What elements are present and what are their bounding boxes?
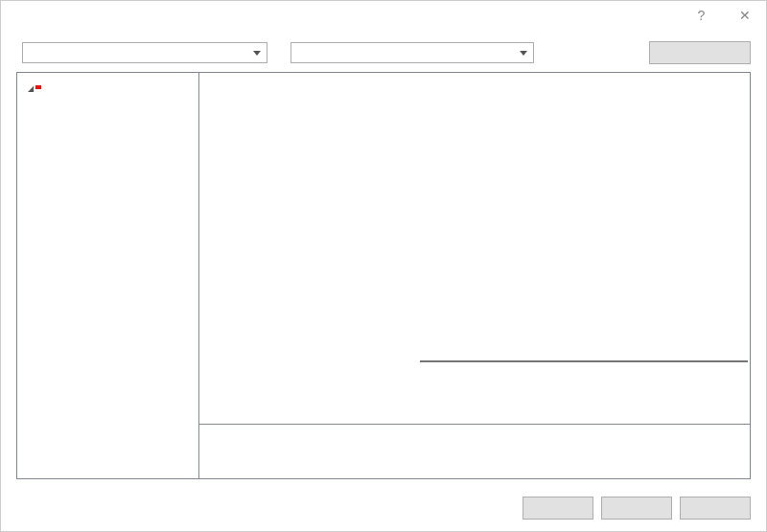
charset-dropdown[interactable] (420, 360, 748, 362)
config-manager-button[interactable] (649, 41, 751, 64)
chevron-down-icon[interactable] (25, 82, 36, 93)
close-button[interactable]: ✕ (723, 1, 766, 30)
apply-button[interactable] (680, 497, 751, 520)
nav-tree[interactable] (17, 73, 199, 478)
cancel-button[interactable] (601, 497, 672, 520)
ok-button[interactable] (523, 497, 593, 520)
config-combo[interactable] (22, 42, 267, 63)
toolbar (1, 30, 766, 68)
titlebar: ? ✕ (1, 1, 766, 30)
description-pane (199, 425, 750, 478)
platform-combo[interactable] (291, 42, 534, 63)
footer (523, 497, 751, 520)
property-grid[interactable] (199, 73, 750, 425)
help-button[interactable]: ? (680, 1, 723, 30)
main-area (16, 72, 751, 479)
tree-root[interactable] (21, 79, 195, 96)
right-pane (199, 73, 750, 478)
